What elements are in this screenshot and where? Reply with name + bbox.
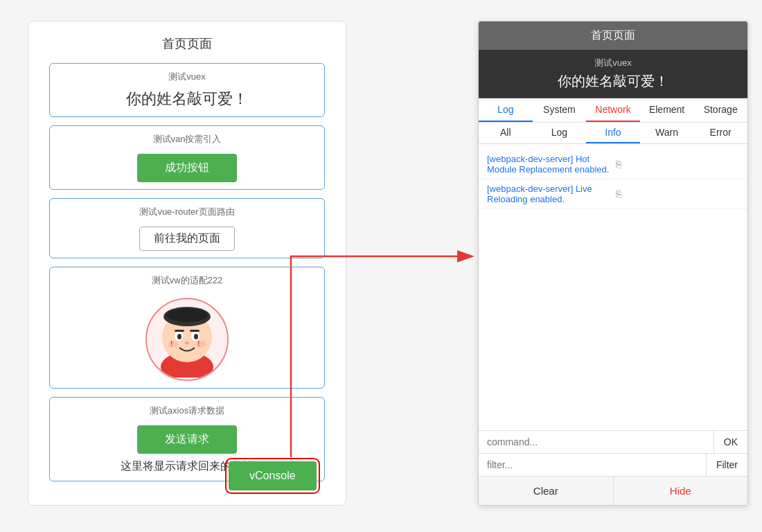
section-router: 测试vue-router页面路由 前往我的页面 [49,198,325,258]
left-panel: 首页页面 测试vuex 你的姓名敲可爱！ 测试van按需引入 成功按钮 测试vu… [28,21,346,506]
section-van-label: 测试van按需引入 [153,133,222,145]
subtab-error[interactable]: Error [693,123,747,143]
tab-system[interactable]: System [533,98,587,122]
vconsole-action-row: Clear Hide [479,476,747,505]
vconsole-log-area: [webpack-dev-server] Hot Module Replacem… [479,144,747,430]
ok-button[interactable]: OK [714,431,747,453]
section-router-label: 测试vue-router页面路由 [139,206,234,218]
log-entry-text: [webpack-dev-server] Hot Module Replacem… [487,154,610,175]
svg-rect-8 [175,330,184,332]
section-vw: 测试vw的适配222 [49,267,325,389]
svg-point-3 [166,308,208,322]
vconsole-btn-wrapper: vConsole [229,461,317,490]
vconsole-tabs2: All Log Info Warn Error [479,123,747,144]
command-input-row: OK [479,430,747,453]
vconsole-panel: 首页页面 测试vuex 你的姓名敲可爱！ Log System Network … [478,21,748,506]
tab-network[interactable]: Network [586,98,640,122]
section-vw-label: 测试vw的适配222 [152,274,223,287]
character-image: ! ! [145,298,229,381]
svg-point-6 [177,334,181,339]
svg-text:!: ! [170,340,172,348]
hide-button[interactable]: Hide [613,477,748,505]
vconsole-header: 首页页面 [479,21,747,50]
tab-element[interactable]: Element [640,98,694,122]
page-title-left: 首页页面 [162,35,212,52]
character-svg: ! ! [149,301,225,378]
tab-log[interactable]: Log [479,98,533,122]
section-van: 测试van按需引入 成功按钮 [49,125,325,190]
svg-rect-9 [190,330,200,332]
copy-icon[interactable]: ⎘ [616,188,739,200]
subtab-all[interactable]: All [479,123,533,143]
router-link[interactable]: 前往我的页面 [139,227,235,251]
vconsole-tabs1: Log System Network Element Storage [479,98,747,123]
clear-button[interactable]: Clear [479,477,613,505]
vconsole-preview: 测试vuex 你的姓名敲可爱！ [479,50,747,98]
preview-label: 测试vuex [490,57,736,69]
log-entry: [webpack-dev-server] Live Reloading enab… [479,179,747,209]
send-request-button[interactable]: 发送请求 [137,425,237,454]
section-vuex-label: 测试vuex [168,71,205,83]
subtab-log[interactable]: Log [533,123,587,143]
filter-button[interactable]: Filter [706,454,747,476]
section-axios-label: 测试axios请求数据 [150,405,224,417]
svg-text:!: ! [197,340,200,348]
success-button[interactable]: 成功按钮 [137,154,237,182]
command-input[interactable] [479,431,714,453]
svg-point-10 [185,342,189,344]
filter-input-row: Filter [479,453,747,476]
preview-text: 你的姓名敲可爱！ [490,72,736,91]
svg-point-7 [194,334,198,339]
tab-storage[interactable]: Storage [693,98,747,122]
filter-input[interactable] [479,454,706,476]
copy-icon[interactable]: ⎘ [616,159,739,170]
log-entry: [webpack-dev-server] Hot Module Replacem… [479,150,747,179]
log-entry-text: [webpack-dev-server] Live Reloading enab… [487,184,610,204]
section-vuex: 测试vuex 你的姓名敲可爱！ [49,63,325,117]
section-vuex-text: 你的姓名敲可爱！ [126,89,248,109]
vconsole-button[interactable]: vConsole [229,461,317,490]
subtab-info[interactable]: Info [586,123,640,143]
subtab-warn[interactable]: Warn [640,123,694,143]
